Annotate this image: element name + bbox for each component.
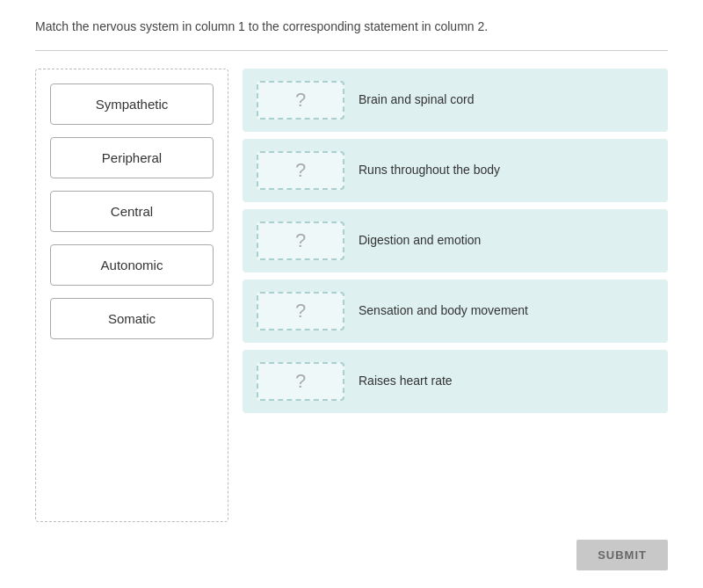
term-autonomic[interactable]: Autonomic xyxy=(50,244,214,286)
drop-zone-row2[interactable]: ? xyxy=(257,151,344,190)
divider xyxy=(35,50,668,51)
match-row-row5: ?Raises heart rate xyxy=(243,350,668,413)
match-row-row2: ?Runs throughout the body xyxy=(243,139,668,202)
column-1: SympatheticPeripheralCentralAutonomicSom… xyxy=(35,69,228,522)
column-2: ?Brain and spinal cord?Runs throughout t… xyxy=(243,69,668,522)
statement-row5: Raises heart rate xyxy=(359,373,654,390)
statement-row2: Runs throughout the body xyxy=(359,162,654,179)
term-central[interactable]: Central xyxy=(50,191,214,232)
term-peripheral[interactable]: Peripheral xyxy=(50,137,214,178)
drop-zone-row3[interactable]: ? xyxy=(257,221,344,260)
statement-row3: Digestion and emotion xyxy=(359,232,654,250)
drop-zone-row1[interactable]: ? xyxy=(257,81,344,120)
submit-button[interactable]: SUBMIT xyxy=(576,540,668,570)
drop-zone-row5[interactable]: ? xyxy=(257,362,344,401)
term-sympathetic[interactable]: Sympathetic xyxy=(50,83,214,125)
match-row-row1: ?Brain and spinal cord xyxy=(243,69,668,132)
match-row-row4: ?Sensation and body movement xyxy=(243,279,668,343)
statement-row1: Brain and spinal cord xyxy=(359,91,654,109)
statement-row4: Sensation and body movement xyxy=(359,302,654,320)
instruction-text: Match the nervous system in column 1 to … xyxy=(35,18,668,36)
drop-zone-row4[interactable]: ? xyxy=(257,292,344,330)
match-row-row3: ?Digestion and emotion xyxy=(243,209,668,272)
match-container: SympatheticPeripheralCentralAutonomicSom… xyxy=(35,69,668,522)
term-somatic[interactable]: Somatic xyxy=(50,298,214,339)
footer: SUBMIT xyxy=(35,540,668,570)
